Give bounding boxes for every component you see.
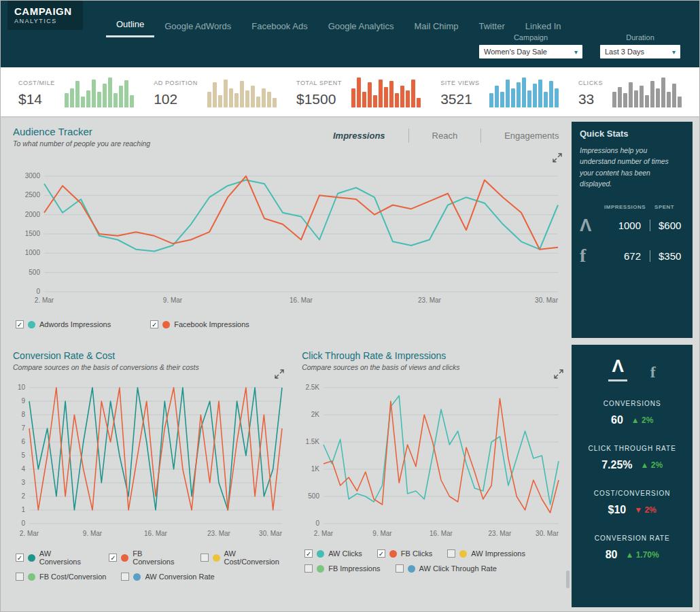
spent-value: $350	[650, 250, 684, 262]
kpi-clicks: CLICKS33	[578, 76, 682, 107]
conversion-chart-section: Conversion Rate & Cost Compare sources o…	[1, 345, 292, 607]
conversion-legend-fb-conversions[interactable]: ✓FB Conversions	[109, 549, 185, 566]
kpi-value: $1500	[296, 91, 342, 107]
checkbox[interactable]: ✓	[150, 320, 158, 328]
adwords-icon[interactable]: Λ	[608, 356, 627, 381]
checkbox[interactable]	[447, 549, 455, 558]
stat-conversions: CONVERSIONS60▲ 2%	[578, 400, 686, 426]
stat-cost-conversion: COST/CONVERSION$10▼ 2%	[578, 490, 686, 516]
svg-text:2: 2	[21, 492, 25, 500]
legend-label: Adwords Impressions	[39, 320, 111, 328]
svg-text:2000: 2000	[25, 211, 41, 218]
checkbox[interactable]	[16, 573, 24, 581]
series-color-dot	[162, 321, 170, 328]
ctr-legend-aw-impressions[interactable]: AW Impressions	[447, 549, 525, 558]
conversion-legend-fb-cost-conversion[interactable]: FB Cost/Conversion	[16, 573, 106, 581]
checkbox[interactable]: ✓	[16, 320, 24, 328]
checkbox[interactable]: ✓	[109, 554, 117, 562]
conversion-legend-aw-cost-conversion[interactable]: AW Cost/Conversion	[200, 549, 292, 566]
bottom-row: Conversion Rate & Cost Compare sources o…	[1, 345, 699, 607]
expand-icon[interactable]	[553, 153, 562, 165]
conversion-line-chart: 0123456789102. Mar9. Mar16. Mar23. Mar30…	[13, 382, 287, 540]
chevron-down-icon: ▾	[574, 48, 578, 56]
svg-text:3: 3	[21, 479, 25, 486]
nav-tab-outline[interactable]: Outline	[106, 14, 154, 37]
legend-label: AW Impressions	[471, 549, 525, 558]
checkbox[interactable]	[396, 564, 404, 573]
svg-text:1500: 1500	[25, 230, 41, 237]
ctr-title: Click Through Rate & Impressions	[302, 350, 572, 361]
ctr-legend-aw-click-through-rate[interactable]: AW Click Through Rate	[396, 564, 497, 573]
kpi-value: 33	[578, 91, 603, 107]
trend-up-icon: ▲ 1.70%	[625, 550, 659, 560]
checkbox[interactable]: ✓	[16, 554, 24, 562]
checkbox[interactable]: ✓	[304, 549, 313, 558]
spent-value: $600	[650, 220, 684, 231]
nav-tab-google-analytics[interactable]: Google Analytics	[318, 16, 404, 37]
kpi-value: $14	[18, 91, 55, 107]
impressions-value: 1000	[604, 220, 641, 231]
checkbox[interactable]	[304, 564, 313, 573]
series-color-dot	[317, 565, 324, 573]
quick-stats-table: IMPRESSIONS SPENT Λ1000$600f672$350	[580, 204, 684, 271]
svg-text:8: 8	[21, 411, 25, 418]
conversion-legend-aw-conversions[interactable]: ✓AW Conversions	[16, 549, 94, 566]
ctr-legend-aw-clicks[interactable]: ✓AW Clicks	[304, 549, 362, 558]
audience-legend-adwords-impressions[interactable]: ✓Adwords Impressions	[16, 320, 111, 328]
kpi-sparkline	[207, 76, 277, 107]
svg-text:0: 0	[316, 520, 320, 527]
legend-scrollbar[interactable]	[566, 571, 570, 588]
facebook-icon[interactable]: f	[650, 363, 656, 381]
kpi-label: AD POSITION	[154, 80, 198, 86]
kpi-value: 102	[154, 91, 198, 107]
svg-text:7: 7	[21, 424, 25, 432]
stat-label: COST/CONVERSION	[578, 490, 686, 497]
legend-label: AW Cost/Conversion	[224, 549, 293, 566]
expand-icon[interactable]	[554, 369, 563, 381]
performance-source-tabs: Λ f	[578, 356, 686, 381]
svg-text:10: 10	[18, 384, 26, 391]
nav-tab-facebook-ads[interactable]: Facebook Ads	[241, 16, 317, 37]
quick-stats-description: Impressions help you understand number o…	[580, 145, 684, 189]
conversion-subtitle: Compare sources on the basis of conversi…	[13, 363, 292, 371]
conversion-legend-aw-conversion-rate[interactable]: AW Conversion Rate	[121, 573, 214, 581]
campaign-selected-value: Women's Day Sale	[484, 48, 547, 56]
trend-up-icon: ▲ 2%	[631, 415, 654, 425]
svg-text:30. Mar: 30. Mar	[536, 530, 559, 537]
conversion-legend: ✓AW Conversions✓FB ConversionsAW Cost/Co…	[13, 549, 292, 581]
svg-text:9. Mar: 9. Mar	[163, 296, 183, 304]
tab-reach[interactable]: Reach	[408, 129, 481, 143]
audience-legend-facebook-impressions[interactable]: ✓Facebook Impressions	[150, 320, 249, 328]
conversion-title: Conversion Rate & Cost	[13, 350, 292, 361]
ctr-legend-fb-clicks[interactable]: ✓FB Clicks	[377, 549, 432, 558]
kpi-sparkline	[612, 76, 682, 107]
svg-text:500: 500	[29, 269, 40, 276]
chevron-down-icon: ▾	[672, 48, 676, 56]
expand-icon[interactable]	[275, 369, 284, 381]
tab-engagements[interactable]: Engagements	[480, 129, 582, 143]
svg-text:23. Mar: 23. Mar	[489, 530, 512, 537]
app-header: CAMPAIGN ANALYTICS OutlineGoogle AdWords…	[1, 1, 699, 67]
svg-text:23. Mar: 23. Mar	[207, 530, 231, 537]
checkbox[interactable]: ✓	[377, 549, 385, 558]
svg-text:30. Mar: 30. Mar	[535, 296, 559, 304]
checkbox[interactable]	[121, 573, 129, 581]
kpi-row: COST/MILE$14AD POSITION102TOTAL SPENT$15…	[1, 67, 699, 116]
ctr-legend-fb-impressions[interactable]: FB Impressions	[304, 564, 380, 573]
nav-tab-google-adwords[interactable]: Google AdWords	[154, 16, 241, 37]
svg-text:30. Mar: 30. Mar	[259, 530, 283, 537]
quick-stats-header-row: IMPRESSIONS SPENT	[580, 204, 684, 210]
svg-text:16. Mar: 16. Mar	[430, 530, 453, 537]
impressions-column-header: IMPRESSIONS	[604, 204, 646, 210]
stat-label: CONVERSION RATE	[578, 534, 686, 542]
duration-select[interactable]: Last 3 Days ▾	[600, 45, 680, 58]
campaign-select[interactable]: Women's Day Sale ▾	[479, 45, 582, 58]
audience-legend: ✓Adwords Impressions✓Facebook Impression…	[13, 320, 572, 328]
legend-label: AW Conversion Rate	[145, 573, 214, 581]
checkbox[interactable]	[200, 554, 209, 562]
nav-tab-mail-chimp[interactable]: Mail Chimp	[404, 16, 468, 37]
svg-text:6: 6	[21, 438, 25, 445]
tab-impressions[interactable]: Impressions	[310, 129, 408, 143]
audience-line-chart: 0500100015002000250030002. Mar9. Mar16. …	[13, 171, 565, 307]
svg-text:9. Mar: 9. Mar	[372, 530, 392, 537]
